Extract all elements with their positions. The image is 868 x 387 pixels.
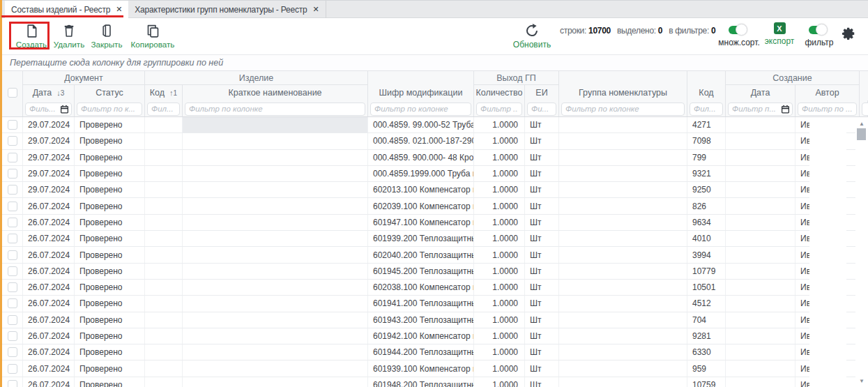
cell-item-name[interactable] xyxy=(183,182,368,197)
table-row[interactable]: 26.07.2024 Проверено 601941.200 Теплозащ… xyxy=(2,296,868,312)
table-row[interactable]: 26.07.2024 Проверено 601943.200 Теплозащ… xyxy=(2,312,868,328)
row-select-cell[interactable] xyxy=(2,231,23,246)
cell-code[interactable]: 9281 xyxy=(687,328,726,344)
row-checkbox[interactable] xyxy=(8,202,17,211)
band-vyhod-gp[interactable]: Выход ГП xyxy=(474,71,559,85)
column-header-doc-date[interactable]: Дата↓3 xyxy=(23,85,75,100)
cell-created-date[interactable] xyxy=(726,150,795,165)
cell-modification[interactable]: 602038.100 Компенсатор ко xyxy=(368,280,474,295)
cell-created-date[interactable] xyxy=(726,198,795,213)
cell-unit[interactable]: Шт xyxy=(525,198,559,213)
copy-button[interactable]: Копировать xyxy=(130,22,176,49)
table-row[interactable]: 29.07.2024 Проверено 000.4859.1999.000 Т… xyxy=(2,166,868,182)
cell-code[interactable]: 3994 xyxy=(687,247,726,262)
band-sozdanie[interactable]: Создание xyxy=(726,71,860,85)
cell-nom-group[interactable] xyxy=(559,247,687,262)
cell-code[interactable]: 826 xyxy=(687,198,726,213)
table-row[interactable]: 26.07.2024 Проверено 602040.200 Теплозащ… xyxy=(2,247,868,263)
cell-code[interactable]: 10759 xyxy=(687,377,726,387)
cell-item-code[interactable] xyxy=(145,328,183,344)
row-checkbox[interactable] xyxy=(8,250,17,260)
scroll-up-icon[interactable]: ▲ xyxy=(858,121,866,127)
row-checkbox[interactable] xyxy=(8,169,17,179)
cell-code[interactable]: 4512 xyxy=(687,296,726,311)
cell-code[interactable]: 959 xyxy=(687,361,726,376)
cell-status[interactable]: Проверено xyxy=(75,296,145,311)
cell-item-name[interactable] xyxy=(183,361,368,376)
cell-item-name[interactable] xyxy=(183,247,368,262)
refresh-button[interactable]: Обновить xyxy=(503,22,561,50)
cell-doc-date[interactable]: 26.07.2024 xyxy=(23,328,75,344)
cell-modification[interactable]: 601945.200 Теплозащитны xyxy=(368,264,474,279)
cell-created-date[interactable] xyxy=(726,133,795,149)
cell-nom-group[interactable] xyxy=(559,117,687,132)
column-header-item-code[interactable]: Код↑1 xyxy=(145,85,183,100)
cell-item-name[interactable] xyxy=(183,377,368,387)
cell-status[interactable]: Проверено xyxy=(75,215,145,230)
cell-modification[interactable]: 601943.200 Теплозащитны xyxy=(368,312,474,328)
cell-modification[interactable]: 601939.200 Теплозащитны xyxy=(368,231,474,246)
row-select-cell[interactable] xyxy=(2,150,23,165)
cell-modification[interactable]: 601941.200 Теплозащитны xyxy=(368,296,474,311)
cell-unit[interactable]: Шт xyxy=(525,133,559,149)
cell-qty[interactable]: 1.0000 xyxy=(474,247,525,262)
table-row[interactable]: 26.07.2024 Проверено 602039.100 Компенса… xyxy=(2,198,868,214)
cell-unit[interactable]: Шт xyxy=(525,312,559,328)
cell-status[interactable]: Проверено xyxy=(75,344,145,360)
cell-modification[interactable]: 601939.100 Компенсатор ко xyxy=(368,361,474,376)
cell-modification[interactable]: 601944.200 Теплозащитны xyxy=(368,344,474,360)
cell-item-name[interactable] xyxy=(183,198,368,213)
column-header-nom-group[interactable]: Группа номенклатуры xyxy=(559,85,687,100)
table-row[interactable]: 29.07.2024 Проверено 000.4859. 99.000-52… xyxy=(2,117,868,133)
cell-doc-date[interactable]: 29.07.2024 xyxy=(23,117,75,132)
modification-filter-input[interactable] xyxy=(370,103,471,116)
cell-code[interactable]: 10501 xyxy=(687,280,726,295)
tab-close-icon[interactable]: ✕ xyxy=(116,6,122,13)
cell-nom-group[interactable] xyxy=(559,361,687,376)
column-header-qty[interactable]: Количество xyxy=(474,85,525,100)
cell-qty[interactable]: 1.0000 xyxy=(474,182,525,197)
cell-code[interactable]: 9321 xyxy=(687,166,726,181)
table-row[interactable]: 26.07.2024 Проверено 601948.200 Теплозащ… xyxy=(2,377,868,387)
row-checkbox[interactable] xyxy=(8,315,17,325)
cell-doc-date[interactable]: 29.07.2024 xyxy=(23,150,75,165)
code-filter-input[interactable] xyxy=(690,103,723,116)
cell-qty[interactable]: 1.0000 xyxy=(474,215,525,230)
cell-code[interactable]: 6330 xyxy=(687,344,726,360)
row-select-cell[interactable] xyxy=(2,198,23,213)
cell-code[interactable]: 9250 xyxy=(687,182,726,197)
cell-item-name[interactable] xyxy=(183,296,368,311)
cell-code[interactable]: 4271 xyxy=(687,117,726,132)
cell-item-name[interactable] xyxy=(183,215,368,230)
cell-doc-date[interactable]: 26.07.2024 xyxy=(23,377,75,387)
cell-qty[interactable]: 1.0000 xyxy=(474,361,525,376)
cell-modification[interactable]: 000.4859. 021.000-187-2900 xyxy=(368,133,474,149)
cell-unit[interactable]: Шт xyxy=(525,280,559,295)
close-button[interactable]: Закрыть xyxy=(91,22,123,49)
cell-modification[interactable]: 000.4859. 900.000- 48 Кронш xyxy=(368,150,474,165)
cell-qty[interactable]: 1.0000 xyxy=(474,344,525,360)
table-row[interactable]: 26.07.2024 Проверено 601942.100 Компенса… xyxy=(2,328,868,344)
cell-item-name[interactable] xyxy=(183,166,368,181)
toggle-switch-icon[interactable] xyxy=(809,25,830,35)
band-document[interactable]: Документ xyxy=(23,71,145,85)
cell-status[interactable]: Проверено xyxy=(75,312,145,328)
cell-item-name[interactable] xyxy=(183,150,368,165)
cell-nom-group[interactable] xyxy=(559,166,687,181)
cell-item-code[interactable] xyxy=(145,344,183,360)
cell-modification[interactable]: 602013.100 Компенсатор ко xyxy=(368,182,474,197)
cell-qty[interactable]: 1.0000 xyxy=(474,264,525,279)
row-checkbox[interactable] xyxy=(8,234,17,243)
column-header-unit[interactable]: ЕИ xyxy=(525,85,559,100)
row-select-cell[interactable] xyxy=(2,280,23,295)
cell-code[interactable]: 7098 xyxy=(687,133,726,149)
cell-doc-date[interactable]: 29.07.2024 xyxy=(23,182,75,197)
cell-status[interactable]: Проверено xyxy=(75,166,145,181)
cell-nom-group[interactable] xyxy=(559,280,687,295)
row-select-cell[interactable] xyxy=(2,312,23,328)
column-header-item-name[interactable]: Краткое наименование xyxy=(183,85,368,100)
filter-toggle[interactable]: фильтр xyxy=(799,22,839,47)
cell-nom-group[interactable] xyxy=(559,344,687,360)
cell-status[interactable]: Проверено xyxy=(75,247,145,262)
cell-doc-date[interactable]: 26.07.2024 xyxy=(23,280,75,295)
